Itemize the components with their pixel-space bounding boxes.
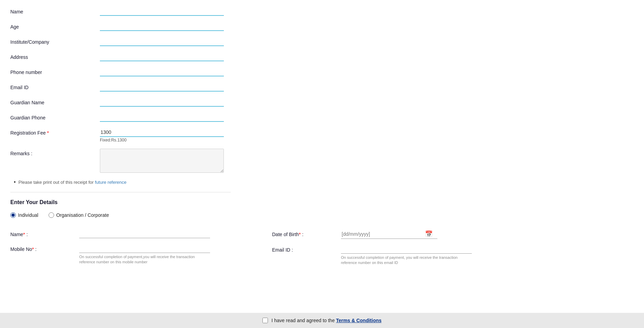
age-input-wrap <box>100 22 231 31</box>
dob-row: Date of Birth* : 📅 <box>272 230 513 239</box>
phone-input[interactable] <box>100 67 224 76</box>
detail-name-input-wrap <box>79 230 251 238</box>
email-hint: On successful completion of payment, you… <box>341 255 472 266</box>
age-label: Age <box>10 22 100 30</box>
name-label: Name <box>10 7 100 14</box>
divider <box>10 192 231 192</box>
two-col-section: Name* : Mobile No* : On successful compl… <box>0 230 620 272</box>
guardian-phone-input-wrap <box>100 113 231 122</box>
detail-name-required: * <box>23 232 25 237</box>
name-row: Name <box>10 7 231 16</box>
dob-label: Date of Birth* : <box>272 230 341 237</box>
right-column: Date of Birth* : 📅 Email ID : On success… <box>272 230 513 272</box>
remarks-label: Remarks : <box>10 149 100 156</box>
remarks-input-wrap <box>100 149 231 173</box>
mobile-no-label: Mobile No* : <box>10 244 79 252</box>
individual-label: Individual <box>18 212 38 218</box>
phone-input-wrap <box>100 67 231 76</box>
detail-name-row: Name* : <box>10 230 251 238</box>
institute-input-wrap <box>100 37 231 46</box>
guardian-name-label: Guardian Name <box>10 98 100 105</box>
enter-details-title: Enter Your Details <box>10 199 231 205</box>
mobile-no-input-wrap: On successful completion of payment,you … <box>79 244 251 265</box>
email-row: Email ID <box>10 83 231 92</box>
phone-row: Phone number <box>10 67 231 76</box>
detail-name-label: Name* : <box>10 230 79 237</box>
dob-input[interactable] <box>341 230 424 238</box>
guardian-name-row: Guardian Name <box>10 98 231 107</box>
reg-fee-required: * <box>47 130 49 136</box>
reg-fee-input[interactable] <box>100 128 224 137</box>
mobile-no-input[interactable] <box>79 244 210 253</box>
institute-label: Institute/Company <box>10 37 100 45</box>
detail-email-row: Email ID : On successful completion of p… <box>272 245 513 266</box>
name-input[interactable] <box>100 7 224 16</box>
calendar-icon[interactable]: 📅 <box>424 230 434 239</box>
entity-type-radio-group: Individual Organisation / Corporate <box>10 212 231 218</box>
age-input[interactable] <box>100 22 224 31</box>
reg-fee-input-wrap: Fixed:Rs.1300 <box>100 128 231 142</box>
remarks-row: Remarks : <box>10 149 231 173</box>
guardian-phone-row: Guardian Phone <box>10 113 231 122</box>
detail-email-input[interactable] <box>341 245 472 254</box>
terms-link[interactable]: Terms & Conditions <box>336 318 382 323</box>
guardian-name-input[interactable] <box>100 98 224 107</box>
detail-name-input[interactable] <box>79 230 210 238</box>
organisation-radio-option[interactable]: Organisation / Corporate <box>49 212 109 218</box>
guardian-phone-input[interactable] <box>100 113 224 122</box>
address-label: Address <box>10 52 100 60</box>
address-input-wrap <box>100 52 231 61</box>
reg-fee-hint: Fixed:Rs.1300 <box>100 138 231 142</box>
future-reference-link[interactable]: future reference <box>95 180 126 185</box>
detail-email-label: Email ID : <box>272 245 341 253</box>
institute-input[interactable] <box>100 37 224 46</box>
organisation-label: Organisation / Corporate <box>56 212 109 218</box>
age-row: Age <box>10 22 231 31</box>
address-input[interactable] <box>100 52 224 61</box>
email-label: Email ID <box>10 83 100 90</box>
reg-fee-label: Registration Fee * <box>10 128 100 136</box>
remarks-textarea[interactable] <box>100 149 224 173</box>
address-row: Address <box>10 52 231 61</box>
reg-fee-row: Registration Fee * Fixed:Rs.1300 <box>10 128 231 142</box>
organisation-radio[interactable] <box>49 212 54 218</box>
dob-required: * <box>299 232 301 237</box>
dob-input-wrap: 📅 <box>341 230 513 239</box>
footer-bar: I have read and agreed to the Terms & Co… <box>0 313 644 328</box>
detail-email-input-wrap: On successful completion of payment, you… <box>341 245 513 266</box>
name-input-wrap <box>100 7 231 16</box>
bullet-note: Please take print out of this receipt fo… <box>10 179 231 185</box>
guardian-phone-label: Guardian Phone <box>10 113 100 120</box>
terms-label[interactable]: I have read and agreed to the Terms & Co… <box>271 318 382 323</box>
phone-label: Phone number <box>10 67 100 75</box>
dob-date-wrap: 📅 <box>341 230 437 239</box>
mobile-no-row: Mobile No* : On successful completion of… <box>10 244 251 265</box>
guardian-name-input-wrap <box>100 98 231 107</box>
bullet-note-text: Please take print out of this receipt fo… <box>19 180 127 185</box>
email-input[interactable] <box>100 83 224 92</box>
terms-checkbox[interactable] <box>262 318 268 323</box>
individual-radio-option[interactable]: Individual <box>10 212 38 218</box>
mobile-required: * <box>32 246 34 252</box>
institute-row: Institute/Company <box>10 37 231 46</box>
individual-radio[interactable] <box>10 212 16 218</box>
email-input-wrap <box>100 83 231 92</box>
mobile-hint: On successful completion of payment,you … <box>79 254 210 265</box>
left-column: Name* : Mobile No* : On successful compl… <box>10 230 251 272</box>
